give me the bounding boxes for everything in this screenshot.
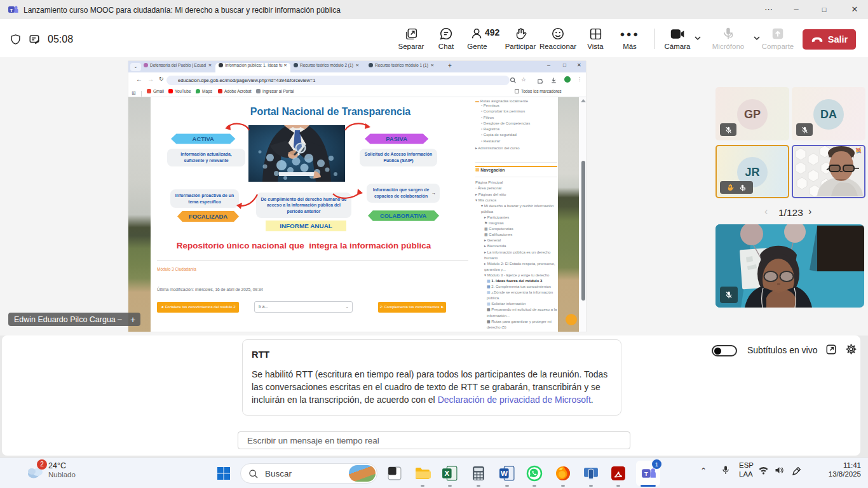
svg-text:T: T: [644, 471, 648, 477]
svg-text:W: W: [501, 470, 508, 477]
svg-text:T: T: [10, 8, 13, 13]
svg-text:X: X: [444, 470, 449, 477]
